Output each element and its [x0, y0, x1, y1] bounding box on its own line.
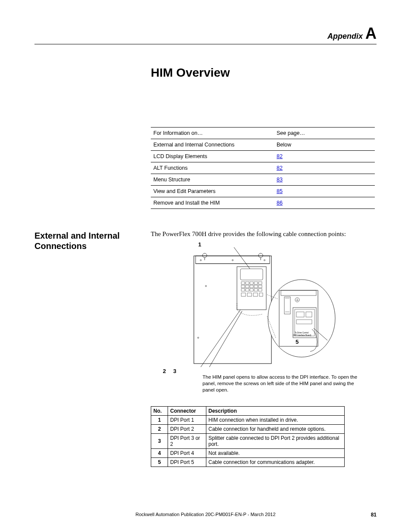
toc-page: Below	[274, 139, 375, 151]
svg-line-32	[209, 311, 242, 367]
figure-caption: The HIM panel opens to allow access to t…	[202, 374, 366, 393]
toc-table: For Information on… See page… External a…	[151, 127, 375, 209]
toc-header-topic: For Information on…	[151, 128, 274, 139]
cell-no: 2	[151, 424, 168, 433]
svg-rect-14	[258, 282, 262, 284]
cell-conn: DPI Port 1	[168, 415, 206, 424]
toc-row: View and Edit Parameters 85	[151, 186, 375, 197]
svg-rect-8	[237, 267, 266, 310]
th-connector: Connector	[168, 406, 206, 415]
svg-rect-25	[241, 293, 246, 296]
appendix-word: Appendix	[327, 32, 363, 41]
svg-point-3	[264, 260, 265, 261]
toc-row: External and Internal Connections Below	[151, 139, 375, 151]
cell-desc: Cable connection for communications adap…	[206, 457, 344, 467]
toc-page-link[interactable]: 82	[277, 165, 283, 171]
toc-topic: Remove and Install the HIM	[151, 197, 274, 209]
toc-topic: LCD Display Elements	[151, 151, 274, 162]
toc-topic: External and Internal Connections	[151, 139, 274, 151]
svg-rect-15	[241, 285, 245, 288]
callout-2: 2	[163, 368, 166, 374]
svg-point-4	[232, 260, 234, 261]
svg-rect-27	[253, 293, 258, 296]
footer-page-number: 81	[371, 512, 377, 518]
svg-rect-20	[241, 289, 245, 291]
svg-rect-22	[250, 289, 253, 291]
svg-rect-1	[196, 256, 270, 264]
cell-no: 3	[151, 433, 168, 448]
th-no: No.	[151, 406, 168, 415]
table-row: 4 DPI Port 4 Not available.	[151, 448, 345, 457]
connector-table: No. Connector Description 1 DPI Port 1 H…	[151, 406, 345, 467]
svg-rect-17	[250, 285, 253, 288]
svg-rect-12	[250, 282, 253, 284]
toc-row: LCD Display Elements 82	[151, 151, 375, 162]
cell-desc: Not available.	[206, 448, 344, 457]
svg-line-31	[201, 310, 240, 367]
svg-rect-18	[254, 285, 258, 288]
cell-desc: Cable connection for handheld and remote…	[206, 424, 344, 433]
toc-page-link[interactable]: 82	[277, 153, 283, 159]
appendix-letter: A	[365, 26, 377, 41]
drive-svg-icon: To Drive Control (DPI Interface Board)	[185, 243, 340, 372]
fig-small-text-2: (DPI Interface Board)	[293, 334, 311, 336]
callout-5: 5	[296, 339, 299, 345]
section-heading: External and Internal Connections	[34, 230, 138, 251]
svg-rect-13	[254, 282, 258, 284]
page-footer: Rockwell Automation Publication 20C-PM00…	[34, 512, 377, 517]
th-description: Description	[206, 406, 344, 415]
svg-rect-21	[246, 289, 249, 291]
cell-no: 1	[151, 415, 168, 424]
toc-topic: View and Edit Parameters	[151, 186, 274, 197]
footer-publication: Rockwell Automation Publication 20C-PM00…	[34, 512, 377, 517]
table-row: 1 DPI Port 1 HIM connection when install…	[151, 415, 345, 424]
svg-rect-28	[259, 293, 263, 296]
toc-row: Menu Structure 83	[151, 174, 375, 186]
cell-conn: DPI Port 4	[168, 448, 206, 457]
toc-page-link[interactable]: 85	[277, 188, 283, 194]
chapter-title: HIM Overview	[151, 66, 377, 80]
cell-conn: DPI Port 2	[168, 424, 206, 433]
svg-rect-10	[241, 282, 245, 284]
toc-row: Remove and Install the HIM 86	[151, 197, 375, 209]
toc-topic: ALT Functions	[151, 162, 274, 174]
svg-point-33	[268, 280, 335, 357]
callout-1: 1	[198, 241, 201, 248]
svg-line-30	[234, 247, 250, 269]
svg-rect-9	[240, 269, 263, 280]
svg-point-2	[200, 260, 202, 261]
svg-rect-11	[246, 282, 249, 284]
toc-topic: Menu Structure	[151, 174, 274, 186]
cell-desc: Splitter cable connected to DPI Port 2 p…	[206, 433, 344, 448]
svg-rect-23	[254, 289, 258, 291]
drive-diagram: 1 2 3 5	[151, 243, 375, 467]
toc-page-link[interactable]: 86	[277, 200, 283, 206]
fig-small-text-1: To Drive Control	[295, 332, 308, 334]
callout-3: 3	[173, 368, 176, 374]
table-row: 3 DPI Port 3 or 2 Splitter cable connect…	[151, 433, 345, 448]
svg-point-7	[198, 337, 199, 339]
cell-no: 5	[151, 457, 168, 467]
svg-rect-26	[247, 293, 252, 296]
svg-rect-24	[258, 289, 262, 291]
svg-rect-19	[258, 285, 262, 288]
cell-desc: HIM connection when installed in drive.	[206, 415, 344, 424]
section-intro: The PowerFlex 700H drive provides the fo…	[151, 230, 375, 238]
cell-no: 4	[151, 448, 168, 457]
cell-conn: DPI Port 3 or 2	[168, 433, 206, 448]
toc-row: ALT Functions 82	[151, 162, 375, 174]
table-row: 2 DPI Port 2 Cable connection for handhe…	[151, 424, 345, 433]
toc-header-page: See page…	[274, 128, 375, 139]
toc-page-link[interactable]: 83	[277, 177, 283, 183]
cell-conn: DPI Port 5	[168, 457, 206, 467]
table-row: 5 DPI Port 5 Cable connection for commun…	[151, 457, 345, 467]
svg-point-6	[206, 286, 207, 287]
svg-rect-16	[246, 285, 249, 288]
page-header: Appendix A	[34, 26, 377, 44]
